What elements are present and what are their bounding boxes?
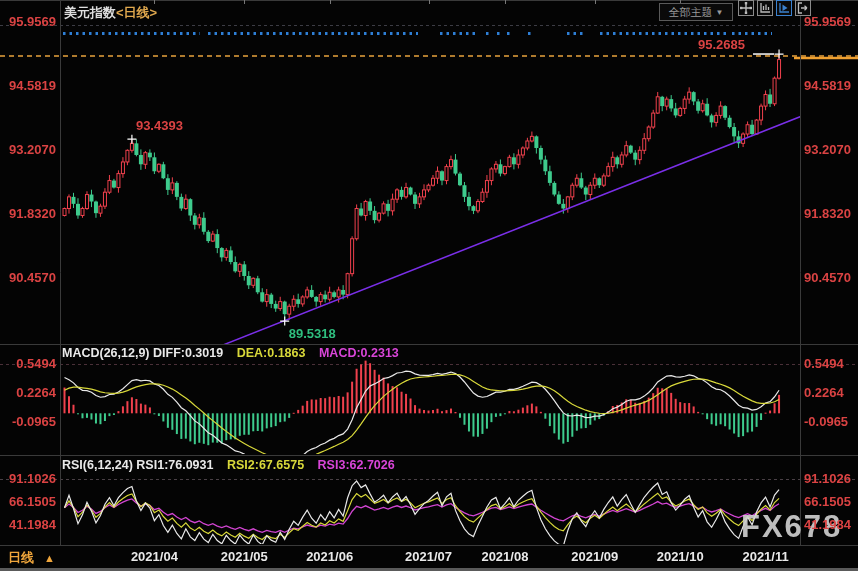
- watermark: FX678: [741, 509, 842, 545]
- trading-app-window: FX678 美元指数<日线> 全部主题 ▼ MAC: [0, 0, 858, 571]
- macd-header: MACD(26,12,9) DIFF:0.3019 DEA:0.1863 MAC…: [62, 346, 399, 360]
- macd-dea-value: DEA:0.1863: [237, 346, 306, 360]
- rsi-header: RSI(6,12,24) RSI1:76.0931 RSI2:67.6575 R…: [62, 458, 395, 472]
- theme-dropdown-label: 全部主题: [669, 5, 713, 20]
- move-crosshair-glyph: [740, 2, 752, 14]
- chart-canvas[interactable]: [0, 0, 858, 571]
- chevron-down-icon: ▼: [716, 8, 724, 17]
- rsi2-value: RSI2:67.6575: [227, 458, 304, 472]
- period-tag: <日线>: [116, 5, 157, 20]
- axis-bars-glyph: [759, 2, 771, 14]
- rsi3-value: RSI3:62.7026: [318, 458, 395, 472]
- period-selector[interactable]: 日线▲: [8, 549, 55, 567]
- macd-macd-value: MACD:0.2313: [319, 346, 399, 360]
- up-triangle-icon: ▲: [44, 552, 55, 564]
- axis-play-icon[interactable]: [776, 0, 792, 16]
- axis-play-glyph: [778, 2, 790, 14]
- chart-title: 美元指数<日线>: [64, 4, 157, 22]
- macd-params-diff: MACD(26,12,9) DIFF:0.3019: [62, 346, 223, 360]
- period-selector-label: 日线: [8, 550, 34, 565]
- axis-bars-icon[interactable]: [757, 0, 773, 16]
- toolbar: 全部主题 ▼: [659, 3, 733, 21]
- move-crosshair-icon[interactable]: [738, 0, 754, 16]
- rsi-params-rsi1: RSI(6,12,24) RSI1:76.0931: [62, 458, 213, 472]
- pan-right-glyph: [797, 2, 809, 14]
- theme-dropdown[interactable]: 全部主题 ▼: [659, 3, 733, 21]
- symbol-name: 美元指数: [64, 5, 116, 20]
- pan-right-icon[interactable]: [795, 0, 811, 16]
